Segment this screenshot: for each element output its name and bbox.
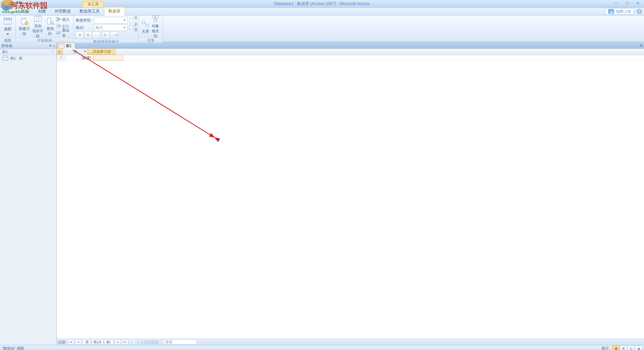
view-button[interactable]: 视图 — [2, 16, 13, 37]
datasheet-view-icon — [3, 17, 12, 26]
maximize-button[interactable]: □ — [623, 0, 632, 6]
percent-format-button[interactable]: % — [84, 31, 92, 39]
svg-line-26 — [155, 18, 157, 20]
first-record-button[interactable]: I◂ — [68, 339, 74, 345]
add-field-icon — [34, 15, 42, 23]
last-record-button[interactable]: ▸I — [122, 339, 128, 345]
redo-icon[interactable]: ↷ — [31, 1, 36, 6]
cell-add-field[interactable] — [93, 55, 123, 61]
navigation-pane: 所有表 « 表1 ⌃ 表1 : 表 — [0, 43, 57, 345]
document-tab-table1[interactable]: 表1 — [57, 43, 75, 49]
column-header-id[interactable]: ID — [63, 49, 88, 55]
filter-indicator[interactable]: ▾ 无筛选器 — [141, 340, 158, 345]
navpane-item-table1[interactable]: 表1 : 表 — [0, 55, 56, 61]
shutter-collapse-icon[interactable]: « — [53, 44, 55, 48]
contextual-tab-group: 表工具 — [83, 1, 104, 7]
prev-record-button[interactable]: ◂ — [75, 339, 81, 345]
row-selector-new[interactable]: * — [57, 55, 66, 61]
record-search-input[interactable]: 搜索 — [164, 339, 197, 345]
help-icon[interactable]: ? — [637, 9, 642, 14]
add-existing-fields-button[interactable]: 添加 现有字段 — [31, 16, 45, 37]
table-icon — [3, 56, 8, 61]
svg-rect-7 — [35, 16, 41, 22]
numlock-indicator: 数字 — [602, 346, 609, 350]
navpane-group-header[interactable]: 表1 ⌃ — [0, 49, 56, 55]
comma-format-button[interactable]: , — [92, 31, 100, 39]
svg-rect-23 — [156, 16, 158, 18]
datasheet[interactable]: ID 添加新字段 * (新建) — [57, 49, 644, 339]
group-label-view: 视图 — [0, 38, 15, 43]
format-combobox[interactable]: 格式 — [94, 24, 128, 31]
svg-rect-10 — [47, 18, 51, 24]
data-type-combobox[interactable] — [94, 17, 128, 24]
filter-icon: ▾ — [141, 340, 143, 344]
svg-line-12 — [53, 24, 54, 25]
close-button[interactable]: ✕ — [633, 0, 643, 6]
rename-button[interactable]: ab 重命名 — [56, 30, 72, 36]
pivottable-view-switch[interactable]: ⊞ — [620, 346, 627, 350]
format-label: 格式: — [76, 25, 93, 30]
relationships-button[interactable]: 关系 — [141, 16, 150, 37]
required-checkbox[interactable]: 必需 — [130, 24, 139, 30]
svg-rect-20 — [146, 24, 149, 27]
new-record-button[interactable]: ▸* — [130, 339, 136, 345]
chevron-down-icon[interactable] — [49, 45, 52, 48]
status-bar: "数据表" 视图 数字 ▦ ⊞ ◫ ◢ — [0, 345, 644, 350]
office-button[interactable] — [1, 0, 14, 7]
svg-rect-13 — [57, 17, 58, 21]
undo-icon[interactable]: ↶ — [24, 1, 29, 6]
group-label-relationships: 关系 — [139, 38, 163, 43]
cell-id-new[interactable]: (新建) — [66, 55, 93, 61]
record-label: 记录: — [58, 340, 66, 345]
quick-access-toolbar: 💾 ↶ ↷ — [16, 1, 44, 6]
column-dropdown-icon[interactable] — [84, 51, 86, 53]
datasheet-view-switch[interactable]: ▦ — [612, 346, 620, 350]
delete-button[interactable]: 删除 — [56, 23, 72, 30]
lookup-column-button[interactable]: 查阅列 — [44, 16, 55, 37]
status-view-label: "数据表" 视图 — [2, 346, 24, 350]
tab-datasheet[interactable]: 数据表 — [104, 7, 125, 15]
record-position-input[interactable]: 第 1 项(共 1 项) — [83, 339, 113, 345]
add-new-field-header[interactable]: 添加新字段 — [88, 49, 115, 55]
table-row[interactable]: * (新建) — [57, 55, 644, 61]
tab-external-data[interactable]: 外部数据 — [50, 7, 75, 15]
increase-decimals-button[interactable]: .0→ — [102, 31, 110, 39]
document-area: 表1 ✕ ID 添加新字段 — [57, 43, 644, 345]
new-field-button[interactable]: 新建字段 — [18, 16, 31, 37]
svg-rect-14 — [57, 24, 58, 28]
rename-icon: ab — [56, 30, 61, 36]
data-type-label: 数据类型: — [76, 18, 93, 23]
insert-button[interactable]: 插入 — [56, 16, 72, 23]
close-object-button[interactable]: ✕ — [640, 43, 643, 48]
svg-rect-24 — [154, 20, 157, 22]
tab-home[interactable]: 开始 — [17, 7, 34, 15]
svg-rect-5 — [21, 18, 26, 20]
upload-button[interactable]: ☁ 拍照上传 — [605, 8, 634, 15]
select-all-cell[interactable] — [57, 49, 63, 55]
object-dependencies-button[interactable]: 对象 相关性 — [150, 16, 161, 37]
svg-line-27 — [73, 50, 215, 138]
ribbon: 视图 视图 新建字段 添加 现有字段 — [0, 15, 644, 43]
table-icon — [59, 44, 64, 48]
collapse-icon[interactable]: ⌃ — [52, 50, 54, 54]
currency-format-button[interactable]: ¥ — [76, 31, 84, 39]
delete-icon — [56, 24, 61, 29]
lookup-icon — [46, 17, 54, 26]
chevron-down-icon — [6, 34, 9, 36]
navpane-header[interactable]: 所有表 « — [0, 43, 56, 49]
svg-line-25 — [154, 18, 155, 20]
pivotchart-view-switch[interactable]: ◫ — [627, 346, 635, 350]
cloud-icon: ☁ — [608, 9, 614, 14]
svg-rect-1 — [4, 18, 11, 20]
relationships-icon — [141, 20, 150, 28]
minimize-button[interactable]: — — [612, 0, 621, 6]
design-view-switch[interactable]: ◢ — [635, 346, 642, 350]
save-icon[interactable]: 💾 — [16, 1, 21, 6]
qat-dropdown-icon[interactable] — [38, 1, 44, 6]
insert-icon — [56, 17, 61, 22]
tab-create[interactable]: 创建 — [34, 7, 50, 15]
title-bar: 💾 ↶ ↷ 表工具 Database1 : 数据库 (Access 2007) … — [0, 0, 644, 8]
next-record-button[interactable]: ▸ — [115, 339, 121, 345]
decrease-decimals-button[interactable]: ←.0 — [110, 31, 118, 39]
tab-database-tools[interactable]: 数据库工具 — [75, 7, 104, 15]
